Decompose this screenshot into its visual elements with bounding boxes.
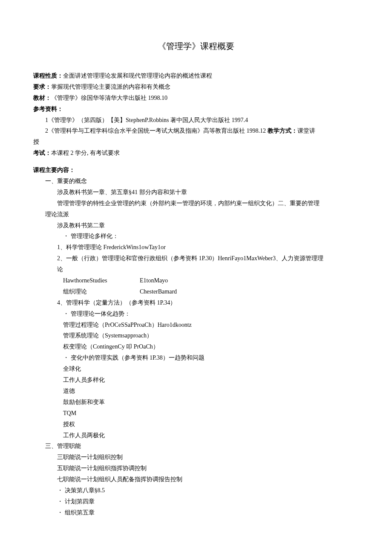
s1-theory-systems: 管理系统理论（Systemsapproach） (33, 330, 359, 341)
s3-bullet-decision: ・ 决策第八章§8.5 (33, 485, 359, 496)
exam-value: 本课程 2 学分, 有考试要求 (51, 150, 120, 156)
s1-n4: 4、管理科学（定量方法）（参考资料 1P.34） (33, 297, 359, 308)
ref2-text: 2《管理科学与工程学科综合水平全国统一考试大纲及指南》高等教育出版社 1998.… (45, 128, 268, 134)
req-label: 要求： (33, 84, 51, 90)
teach-value: 课堂讲 (297, 128, 315, 134)
course-nature: 课程性质：全面讲述管理理论发展和现代管理理论内容的概述性课程 (33, 70, 359, 81)
course-textbook: 教材：《管理学》徐国华等清华大学出版社 1998.10 (33, 93, 359, 104)
s1-p-global: 全球化 (33, 363, 359, 375)
s1-line-1: 涉及教科书第一章、第五章§41 部分内容和第十章 (33, 187, 359, 198)
page-title: 《管理学》课程概要 (33, 38, 359, 54)
s1-p-polar: 工作人员两极化 (33, 430, 359, 441)
course-requirements: 要求：掌握现代管理理论主要流派的内容和有关概念 (33, 81, 359, 93)
ref-item-2: 2《管理科学与工程学科综合水平全国统一考试大纲及指南》高等教育出版社 1998.… (33, 125, 359, 137)
s3-bullet-plan: ・ 计划第四章 (33, 496, 359, 507)
s1-line-2: 管理管理学的特性企业管理的约束（外部约束一管理的环境，内部约束一组织文化）二、重… (33, 198, 359, 209)
s1-p-tqm: TQM (33, 408, 359, 419)
course-exam: 考试：本课程 2 学分, 有考试要求 (33, 148, 359, 159)
textbook-label: 教材： (33, 95, 51, 101)
s3-l2: 五职能说一计划组织指挥协调控制 (33, 463, 359, 474)
s1-p-ethics: 道德 (33, 386, 359, 397)
row2-col2: ChesterBamard (140, 286, 177, 297)
s3-l3: 七职能说一计划组织人员配备指挥协调报告控制 (33, 474, 359, 485)
row2-col1: 组织理论 (63, 286, 140, 297)
s1-p-empower: 授权 (33, 419, 359, 430)
s1-p-innovation: 鼓励创新和变革 (33, 397, 359, 408)
main-content-label: 课程主要内容： (33, 165, 359, 176)
s1-theory-contingency: 权变理论（ContingenCy 叩 PrOaCh） (33, 341, 359, 352)
s3-bullet-org: ・ 组织第五章 (33, 507, 359, 518)
refs-label: 参考资料： (33, 104, 359, 115)
row1-col2: E1tonMayo (140, 275, 168, 286)
row1-col1: HawthorneStudies (63, 275, 140, 286)
s1-row-org: 组织理论 ChesterBamard (33, 286, 359, 297)
s1-theory-process: 管理过程理论（PrOCeSSaPProaCh）Haro1dkoontz (33, 320, 359, 331)
nature-label: 课程性质： (33, 73, 63, 79)
s1-bullet-integrate: ・ 管理理论一体化趋势： (33, 308, 359, 320)
ref-item-1: 1《管理学》（第四版）【美】StephenP.Robbins 著中国人民大学出版… (33, 115, 359, 126)
s1-n2b: 论 (33, 264, 359, 275)
req-value: 掌握现代管理理论主要流派的内容和有关概念 (51, 84, 170, 90)
s1-bullet-practice: ・ 变化中的管理实践（参考资料 1P.38）一趋势和问题 (33, 352, 359, 363)
nature-value: 全面讲述管理理论发展和现代管理理论内容的概述性课程 (63, 73, 212, 79)
section-3-heading: 三、管理职能 (33, 441, 359, 452)
s1-p-diversity: 工作人员多样化 (33, 375, 359, 386)
textbook-value: 《管理学》徐国华等清华大学出版社 1998.10 (51, 95, 167, 101)
exam-label: 考试： (33, 150, 51, 156)
s3-l1: 三职能说一计划组织控制 (33, 452, 359, 463)
s1-line-2b: 理论流派 (33, 209, 359, 220)
s1-n2: 2、一般（行政）管理理论和官僚行政组织（参考资料 1P.30）HenriFayo… (33, 253, 359, 264)
ref-item-2-cont: 授 (33, 137, 359, 148)
teach-label: 教学方式： (268, 128, 297, 134)
s1-line-3: 涉及教科书第二章 (33, 220, 359, 231)
section-1-heading: 一、重要的概念 (33, 176, 359, 187)
s1-n1: 1、科学管理理论 FrederickWins1owTay1or (33, 242, 359, 253)
s1-row-hawthorne: HawthorneStudies E1tonMayo (33, 275, 359, 286)
s1-bullet-diversify: ・ 管理理论多样化： (33, 231, 359, 242)
